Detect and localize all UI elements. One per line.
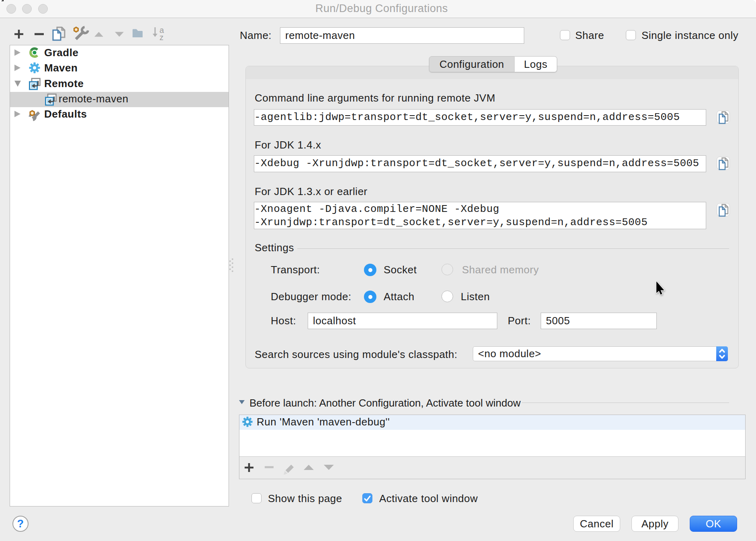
svg-text:z: z <box>159 33 164 42</box>
